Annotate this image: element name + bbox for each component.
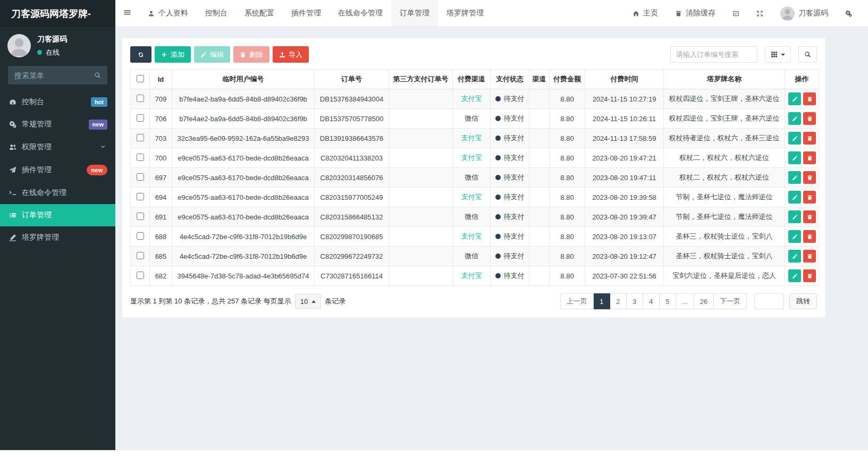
next-page-button[interactable]: 下一页 [714, 293, 747, 309]
select-all-checkbox[interactable] [137, 75, 144, 82]
row-edit-button[interactable] [788, 132, 801, 145]
table-row: 6884e4c5cad-72be-c9f6-31f8-7012b19b6d9eC… [131, 227, 819, 247]
row-checkbox[interactable] [137, 114, 144, 122]
sidebar-item-orders[interactable]: 订单管理 [0, 204, 115, 226]
jump-button[interactable]: 跳转 [789, 293, 817, 309]
add-button[interactable]: 添加 [155, 46, 191, 63]
sidebar: 刀客源码网塔罗牌- 刀客源码 在线 控制台hot常规管理new权限管理插件管理n… [0, 0, 115, 450]
row-checkbox[interactable] [137, 252, 144, 259]
cell-order-no: C820320314856076 [315, 168, 389, 188]
pay-channel-link[interactable]: 支付宝 [461, 193, 482, 201]
cell-channel [529, 109, 550, 129]
user-menu[interactable]: 刀客源码 [772, 0, 837, 27]
cell-tarot-cards: 节制，圣杯七逆位，魔法师逆位 [664, 207, 785, 227]
topnav-item-profile[interactable]: 个人资料 [139, 0, 197, 27]
trash-icon [807, 155, 813, 161]
edit-button[interactable]: 编辑 [194, 46, 230, 63]
import-button[interactable]: 导入 [273, 46, 309, 63]
cell-pay-channel: 微信 [453, 168, 491, 188]
row-checkbox[interactable] [137, 134, 144, 141]
search-icon[interactable] [94, 72, 101, 79]
page-size-dropdown[interactable]: 10 [295, 294, 321, 309]
sidebar-toggle-button[interactable] [115, 0, 139, 27]
sidebar-search-input[interactable] [14, 71, 94, 80]
row-delete-button[interactable] [803, 210, 816, 223]
sidebar-item-general[interactable]: 常规管理new [0, 113, 115, 136]
sidebar-item-tarot[interactable]: 塔罗牌管理 [0, 226, 115, 249]
row-delete-button[interactable] [803, 112, 816, 125]
cell-pay-channel: 微信 [453, 109, 491, 129]
language-button[interactable] [724, 0, 748, 27]
pay-channel-link[interactable]: 支付宝 [461, 95, 482, 103]
order-search-input[interactable] [670, 46, 757, 63]
sidebar-item-permissions[interactable]: 权限管理 [0, 136, 115, 158]
row-edit-button[interactable] [788, 92, 801, 105]
cell-amount: 8.80 [550, 109, 585, 129]
row-delete-button[interactable] [803, 151, 816, 164]
row-checkbox[interactable] [137, 232, 144, 240]
row-delete-button[interactable] [803, 250, 816, 263]
row-edit-button[interactable] [788, 250, 801, 263]
pay-channel-link[interactable]: 支付宝 [461, 232, 482, 240]
row-delete-button[interactable] [803, 230, 816, 243]
app-logo[interactable]: 刀客源码网塔罗牌- [0, 0, 115, 27]
page-button-2[interactable]: 2 [610, 293, 627, 309]
row-checkbox[interactable] [137, 272, 144, 279]
page-button-5[interactable]: 5 [660, 293, 676, 309]
row-delete-button[interactable] [803, 269, 816, 282]
prev-page-button[interactable]: 上一页 [560, 293, 594, 309]
row-delete-button[interactable] [803, 171, 816, 184]
cell-pay-time: 2023-07-30 22:51:56 [585, 266, 664, 286]
row-delete-button[interactable] [803, 92, 816, 105]
topnav-item-online-command[interactable]: 在线命令管理 [330, 0, 391, 27]
delete-button[interactable]: 删除 [233, 46, 269, 63]
row-checkbox[interactable] [137, 154, 144, 161]
page-button-26[interactable]: 26 [694, 293, 714, 309]
page-ellipsis[interactable]: ... [676, 293, 694, 309]
cell-channel [529, 247, 550, 266]
settings-button[interactable] [837, 0, 861, 27]
clear-cache-button[interactable]: 清除缓存 [667, 0, 724, 27]
row-edit-button[interactable] [788, 269, 801, 282]
pay-channel-link[interactable]: 支付宝 [461, 134, 482, 142]
row-delete-button[interactable] [803, 132, 816, 145]
row-checkbox[interactable] [137, 173, 144, 181]
page-button-1[interactable]: 1 [594, 293, 610, 309]
sidebar-item-dashboard[interactable]: 控制台hot [0, 91, 115, 113]
jump-page-input[interactable] [754, 293, 784, 309]
fullscreen-button[interactable] [748, 0, 772, 27]
row-checkbox[interactable] [137, 193, 144, 200]
table-row: 694e9ce0575-aa63-6170-bede-dcd8b26eaacaC… [131, 188, 819, 207]
status-dot-icon [495, 253, 501, 259]
pay-channel-text: 微信 [465, 213, 478, 221]
home-link[interactable]: 主页 [624, 0, 667, 27]
cell-checkbox [131, 129, 150, 148]
row-edit-button[interactable] [788, 230, 801, 243]
row-delete-button[interactable] [803, 191, 816, 204]
pay-channel-link[interactable]: 支付宝 [461, 154, 482, 162]
row-checkbox[interactable] [137, 213, 144, 220]
topnav-item-system-config[interactable]: 系统配置 [236, 0, 283, 27]
column-header: 塔罗牌名称 [664, 70, 785, 89]
pencil-icon [792, 175, 798, 181]
horizontal-scrollbar-track[interactable] [0, 450, 868, 457]
topnav-item-console[interactable]: 控制台 [197, 0, 236, 27]
row-edit-button[interactable] [788, 112, 801, 125]
row-edit-button[interactable] [788, 151, 801, 164]
row-edit-button[interactable] [788, 191, 801, 204]
row-checkbox[interactable] [137, 95, 144, 102]
search-button[interactable] [798, 46, 817, 63]
sidebar-item-online-command[interactable]: 在线命令管理 [0, 182, 115, 204]
row-edit-button[interactable] [788, 210, 801, 223]
page-button-4[interactable]: 4 [643, 293, 660, 309]
topnav-item-tarot-management[interactable]: 塔罗牌管理 [438, 0, 492, 27]
cell-channel [529, 89, 550, 109]
page-button-3[interactable]: 3 [627, 293, 643, 309]
sidebar-item-plugins[interactable]: 插件管理new [0, 158, 115, 182]
topnav-item-plugin-management[interactable]: 插件管理 [283, 0, 330, 27]
pay-channel-link[interactable]: 支付宝 [461, 272, 482, 280]
row-edit-button[interactable] [788, 171, 801, 184]
refresh-button[interactable] [130, 46, 151, 63]
topnav-item-order-management[interactable]: 订单管理 [391, 0, 438, 27]
columns-dropdown-button[interactable] [765, 46, 791, 63]
